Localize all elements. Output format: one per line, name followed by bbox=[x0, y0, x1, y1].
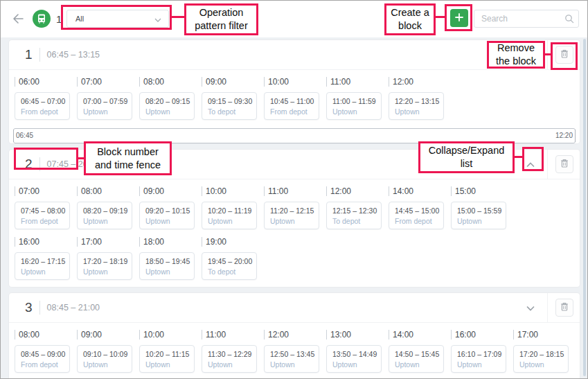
annotation-remove-the-block: Remove the block bbox=[487, 41, 545, 69]
trip-card[interactable]: 09:20 – 10:15Uptown bbox=[139, 202, 195, 229]
arrow-left-icon bbox=[11, 17, 25, 28]
trip-time: 18:50 – 19:45 bbox=[145, 257, 193, 266]
trip-destination: From depot bbox=[270, 107, 317, 116]
trip-card[interactable]: 08:20 – 09:19Uptown bbox=[77, 202, 132, 229]
trip-card[interactable]: 16:10 – 17:09Uptown bbox=[451, 345, 506, 373]
annotation-block-number-and-time-fence: Block number and time fence bbox=[84, 141, 172, 175]
trip-time: 14:50 – 15:45 bbox=[395, 350, 442, 359]
trip-column: 14:0014:50 – 15:45Uptown bbox=[389, 326, 451, 377]
trip-card[interactable]: 10:20 – 11:19Uptown bbox=[202, 202, 257, 229]
block-card: 308:45 – 21:0008:0008:45 – 09:00From dep… bbox=[9, 293, 580, 379]
trip-destination: Uptown bbox=[395, 107, 442, 116]
hour-label: 12:00 bbox=[389, 77, 451, 87]
timeline-tick bbox=[575, 130, 576, 142]
hour-label: 10:00 bbox=[202, 186, 264, 196]
hour-label: 10:00 bbox=[139, 330, 202, 340]
annotation-text: block bbox=[398, 19, 422, 33]
trip-column: 11:0011:20 – 12:15Uptown bbox=[264, 183, 326, 233]
annotation-text: and time fence bbox=[95, 159, 161, 172]
trip-column: 11:0011:30 – 12:29Uptown bbox=[202, 326, 264, 377]
trip-column: 08:0008:20 – 09:19Uptown bbox=[77, 183, 139, 233]
hour-label: 11:00 bbox=[326, 77, 389, 87]
trip-column: 17:0017:20 – 18:19Uptown bbox=[77, 233, 139, 284]
trip-card[interactable]: 06:45 – 07:00From depot bbox=[15, 92, 70, 120]
trip-card[interactable]: 10:20 – 11:15Uptown bbox=[139, 345, 195, 373]
trip-card[interactable]: 10:45 – 11:00From depot bbox=[264, 92, 319, 120]
timeline-label: 06:45 bbox=[16, 132, 33, 139]
trip-card[interactable]: 15:00 – 15:59Uptown bbox=[451, 202, 506, 229]
trip-card[interactable]: 16:20 – 17:15Uptown bbox=[15, 252, 70, 280]
hour-label: 16:00 bbox=[451, 330, 513, 340]
hour-label: 07:00 bbox=[77, 77, 139, 87]
trip-destination: Uptown bbox=[519, 360, 567, 369]
trip-time: 15:00 – 15:59 bbox=[457, 206, 504, 215]
annotation-create-a-block: Create a block bbox=[384, 3, 436, 35]
trip-card[interactable]: 12:20 – 13:15Uptown bbox=[389, 92, 444, 120]
trip-card[interactable]: 18:50 – 19:45Uptown bbox=[139, 252, 195, 280]
trip-column: 12:0012:50 – 13:45Uptown bbox=[264, 326, 326, 377]
trip-destination: Uptown bbox=[83, 267, 130, 276]
trip-time: 12:15 – 12:30 bbox=[332, 206, 380, 215]
trip-destination: From depot bbox=[21, 217, 68, 225]
trip-card[interactable]: 13:50 – 14:49Uptown bbox=[326, 345, 382, 373]
trip-destination: Uptown bbox=[208, 217, 255, 225]
block-time-fence: 08:45 – 21:00 bbox=[47, 303, 100, 312]
trip-destination: Uptown bbox=[395, 360, 442, 369]
remove-block-button[interactable] bbox=[555, 155, 573, 173]
trip-card[interactable]: 14:50 – 15:45Uptown bbox=[389, 345, 444, 373]
trash-zone bbox=[547, 293, 580, 322]
annotation-connector bbox=[515, 156, 522, 158]
hour-label: 12:00 bbox=[264, 330, 326, 340]
hour-label: 08:00 bbox=[77, 186, 139, 196]
trip-card[interactable]: 11:20 – 12:15Uptown bbox=[264, 202, 319, 229]
trip-time: 11:30 – 12:29 bbox=[208, 350, 255, 359]
trip-card[interactable]: 11:30 – 12:29Uptown bbox=[202, 345, 257, 373]
trip-card[interactable]: 17:20 – 18:19Uptown bbox=[77, 252, 132, 280]
trip-time: 06:45 – 07:00 bbox=[21, 97, 68, 106]
trip-card[interactable]: 11:00 – 11:59Uptown bbox=[326, 92, 382, 120]
annotation-text: Collapse/Expand bbox=[429, 144, 505, 157]
hour-label: 09:00 bbox=[77, 330, 139, 340]
trip-column: 12:0012:20 – 13:15Uptown bbox=[389, 73, 451, 124]
trip-card[interactable]: 19:45 – 20:00To depot bbox=[202, 252, 257, 280]
blocks-scheduler-page: { "topbar": { "route_number": "1", "filt… bbox=[0, 0, 588, 379]
trip-card[interactable]: 08:45 – 09:00From depot bbox=[15, 345, 70, 373]
trip-card[interactable]: 08:20 – 09:15Uptown bbox=[139, 92, 195, 120]
trip-row: 16:0016:20 – 17:15Uptown17:0017:20 – 18:… bbox=[15, 233, 574, 284]
trip-card[interactable]: 09:15 – 09:30To depot bbox=[202, 92, 257, 120]
annotation-highlight-filter bbox=[61, 5, 172, 30]
block-header: 308:45 – 21:00 bbox=[9, 293, 580, 323]
remove-block-button[interactable] bbox=[555, 299, 573, 317]
annotation-connector bbox=[172, 16, 184, 18]
expand-list-button[interactable] bbox=[524, 300, 537, 316]
annotation-text: list bbox=[461, 157, 473, 170]
trip-destination: Uptown bbox=[145, 217, 193, 225]
trip-card[interactable]: 17:20 – 18:15Uptown bbox=[513, 345, 569, 373]
trip-time: 08:20 – 09:19 bbox=[83, 206, 130, 215]
trip-time: 16:10 – 17:09 bbox=[457, 350, 504, 359]
hour-label: 08:00 bbox=[139, 77, 202, 87]
back-button[interactable] bbox=[10, 12, 26, 27]
trip-card[interactable]: 12:15 – 12:30To depot bbox=[326, 202, 382, 229]
trip-card[interactable]: 07:00 – 07:59Uptown bbox=[77, 92, 132, 120]
trip-destination: Uptown bbox=[145, 267, 193, 276]
header-divider bbox=[39, 301, 40, 315]
trip-destination: Uptown bbox=[83, 107, 130, 116]
hour-label: 09:00 bbox=[139, 186, 202, 196]
annotation-connector bbox=[436, 16, 445, 18]
trip-card[interactable]: 12:50 – 13:45Uptown bbox=[264, 345, 319, 373]
trip-destination: Uptown bbox=[270, 217, 317, 225]
trip-card[interactable]: 14:45 – 15:00From depot bbox=[389, 202, 444, 229]
search-input[interactable] bbox=[474, 10, 579, 28]
trip-card[interactable]: 09:10 – 10:09Uptown bbox=[77, 345, 132, 373]
page-scrollbar[interactable] bbox=[583, 39, 586, 376]
trip-destination: Uptown bbox=[270, 360, 317, 369]
trip-destination: To depot bbox=[208, 267, 255, 276]
trip-time: 13:50 – 14:49 bbox=[332, 350, 380, 359]
trip-destination: From depot bbox=[395, 217, 442, 225]
trip-row: 07:0007:45 – 08:00From depot08:0008:20 –… bbox=[15, 183, 574, 233]
trip-column: 06:0006:45 – 07:00From depot bbox=[15, 73, 77, 124]
trip-card[interactable]: 07:45 – 08:00From depot bbox=[15, 202, 70, 229]
hour-label: 14:00 bbox=[389, 186, 451, 196]
trip-column: 19:0019:45 – 20:00To depot bbox=[202, 233, 264, 284]
